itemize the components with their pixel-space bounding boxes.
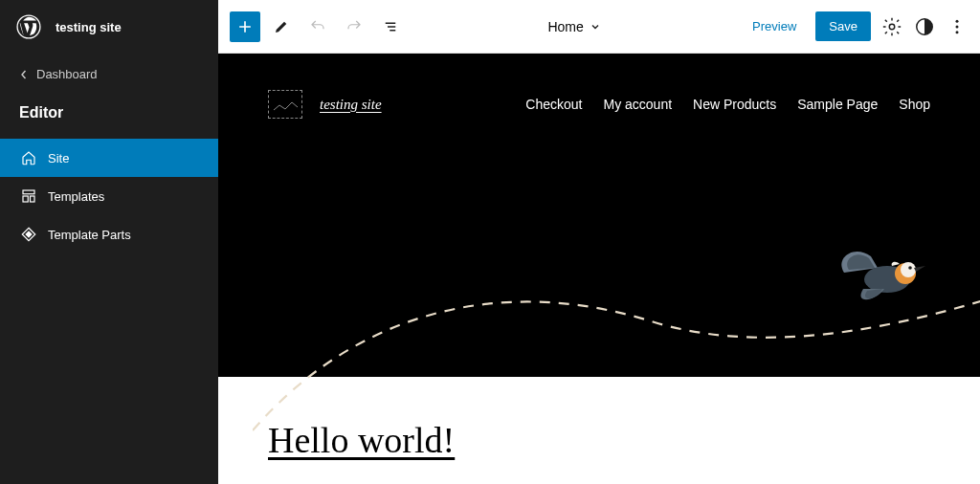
styles-button[interactable] <box>913 15 936 38</box>
undo-button <box>302 11 333 42</box>
document-selector[interactable]: Home <box>406 19 743 34</box>
svg-rect-2 <box>23 196 28 202</box>
header-row: testing site Checkout My account New Pro… <box>268 90 930 119</box>
editor-canvas[interactable]: testing site Checkout My account New Pro… <box>218 54 980 484</box>
primary-nav: Checkout My account New Products Sample … <box>525 97 930 112</box>
sidebar-item-site[interactable]: Site <box>0 139 218 177</box>
bird-illustration <box>835 239 930 318</box>
svg-point-7 <box>956 25 959 28</box>
svg-point-8 <box>956 31 959 33</box>
svg-point-6 <box>956 19 959 22</box>
document-name: Home <box>547 19 583 34</box>
site-title-link[interactable]: testing site <box>320 97 382 113</box>
svg-point-11 <box>901 262 916 277</box>
save-button[interactable]: Save <box>815 11 871 41</box>
preview-button[interactable]: Preview <box>743 13 806 39</box>
nav-link[interactable]: My account <box>603 97 672 112</box>
admin-sidebar: testing site Dashboard Editor Site Templ… <box>0 0 218 484</box>
sidebar-item-label: Site <box>48 151 69 165</box>
sidebar-header: testing site <box>0 0 218 54</box>
topbar-tools <box>230 11 406 42</box>
editor-heading: Editor <box>0 91 218 139</box>
sidebar-item-template-parts[interactable]: Template Parts <box>0 215 218 253</box>
back-label: Dashboard <box>36 67 98 81</box>
nav-link[interactable]: Shop <box>899 97 930 112</box>
editor-topbar: Home Preview Save <box>218 0 980 54</box>
edit-tool-button[interactable] <box>266 11 297 42</box>
home-icon <box>19 148 38 167</box>
nav-link[interactable]: Sample Page <box>797 97 878 112</box>
main-area: Home Preview Save testing site Checkout <box>218 0 980 484</box>
site-identity: testing site <box>268 90 382 119</box>
site-name[interactable]: testing site <box>56 20 122 34</box>
sidebar-item-label: Templates <box>48 189 104 204</box>
site-header-block[interactable]: testing site Checkout My account New Pro… <box>218 54 980 377</box>
svg-rect-1 <box>23 190 34 194</box>
sidebar-item-templates[interactable]: Templates <box>0 177 218 215</box>
chevron-down-icon <box>590 21 601 33</box>
list-view-button[interactable] <box>375 11 406 42</box>
topbar-actions: Preview Save <box>743 11 969 41</box>
wordpress-logo-icon[interactable] <box>15 13 42 40</box>
sidebar-item-label: Template Parts <box>48 228 131 242</box>
chevron-left-icon <box>19 70 29 79</box>
add-block-button[interactable] <box>230 11 260 42</box>
redo-button <box>339 11 369 42</box>
svg-point-4 <box>889 24 895 30</box>
svg-rect-3 <box>31 196 35 202</box>
more-options-button[interactable] <box>946 15 969 38</box>
nav-link[interactable]: New Products <box>693 97 776 112</box>
site-logo-placeholder[interactable] <box>268 90 302 119</box>
layout-icon <box>19 187 38 206</box>
diamond-icon <box>19 225 38 244</box>
back-to-dashboard[interactable]: Dashboard <box>0 54 218 91</box>
svg-point-12 <box>908 266 912 270</box>
settings-button[interactable] <box>880 15 903 38</box>
nav-link[interactable]: Checkout <box>525 97 582 112</box>
